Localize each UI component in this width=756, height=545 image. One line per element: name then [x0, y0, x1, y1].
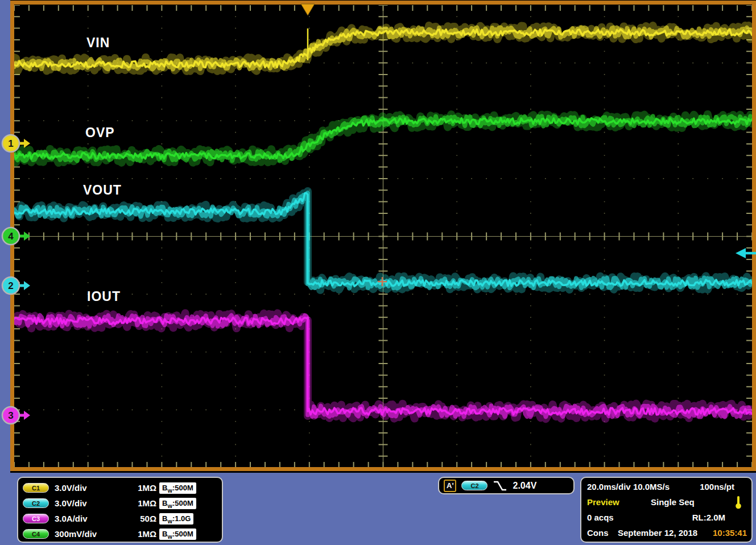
bw-value: :500M: [172, 499, 193, 507]
svg-text:2: 2: [8, 280, 13, 291]
bw-prefix: B: [162, 514, 167, 523]
channel-badge-c1[interactable]: C1: [23, 483, 49, 493]
trigger-level-readout[interactable]: 2.04V: [513, 481, 536, 491]
acquisitions-count: 0 acqs: [587, 513, 614, 522]
channel-badge-c4[interactable]: C4: [23, 529, 49, 539]
channel-scale-c1[interactable]: 3.0V/div: [55, 483, 87, 493]
channel-bandwidth-c2[interactable]: BW:500M: [159, 498, 196, 509]
channel-bandwidth-c4[interactable]: BW:500M: [159, 529, 196, 540]
channel-scale-c4[interactable]: 300mV/div: [55, 529, 97, 539]
channel-impedance-c1[interactable]: 1MΩ: [138, 483, 156, 493]
bw-sub: W: [167, 519, 172, 525]
channel-settings-panel: C1 3.0V/div 1MΩ BW:500M C2 3.0V/div 1MΩ …: [17, 477, 223, 543]
trigger-channel-badge[interactable]: C2: [461, 481, 488, 490]
preview-status: Preview: [587, 497, 619, 507]
bw-prefix: B: [162, 499, 167, 507]
trace-label-vin: VIN: [86, 35, 110, 51]
svg-text:3: 3: [8, 410, 13, 421]
bw-sub: W: [167, 503, 172, 509]
channel-impedance-c4[interactable]: 1MΩ: [138, 529, 156, 539]
channel-badge-c3[interactable]: C3: [23, 514, 49, 523]
timebase-readout[interactable]: 20.0ms/div 10.0MS/s: [587, 482, 670, 492]
bw-sub: W: [167, 488, 172, 494]
svg-text:1: 1: [8, 138, 13, 149]
bw-value: :1.0G: [172, 514, 191, 523]
timebase-panel: 20.0ms/div 10.0MS/s 100ns/pt Preview Sin…: [580, 477, 753, 543]
trigger-readout-panel[interactable]: A' C2 2.04V: [438, 477, 575, 494]
falling-edge-icon: [493, 480, 507, 492]
single-seq-marker-icon: [734, 496, 742, 509]
channel-scale-c3[interactable]: 3.0A/div: [55, 514, 88, 523]
bw-value: :500M: [172, 484, 193, 492]
bw-sub: W: [167, 534, 172, 540]
trace-label-iout: IOUT: [87, 289, 121, 304]
channel-row-c4: C4 300mV/div 1MΩ BW:500M: [18, 528, 222, 542]
run-mode-status[interactable]: Single Seq: [651, 497, 695, 507]
channel-bandwidth-c3[interactable]: BW:1.0G: [159, 513, 193, 525]
bw-prefix: B: [162, 530, 167, 538]
waveform-display[interactable]: 1423: [0, 0, 756, 545]
time-readout: 10:35:41: [713, 528, 747, 538]
date-readout: September 12, 2018: [618, 528, 697, 538]
channel-scale-c2[interactable]: 3.0V/div: [55, 498, 87, 508]
trigger-source-badge[interactable]: A': [444, 480, 456, 492]
channel-row-c1: C1 3.0V/div 1MΩ BW:500M: [18, 482, 222, 496]
resolution-readout: 100ns/pt: [700, 482, 734, 492]
channel-impedance-c3[interactable]: 50Ω: [140, 514, 156, 523]
bw-value: :500M: [172, 530, 193, 538]
channel-impedance-c2[interactable]: 1MΩ: [138, 498, 156, 508]
channel-bandwidth-c1[interactable]: BW:500M: [159, 482, 196, 494]
channel-badge-c2[interactable]: C2: [23, 498, 49, 508]
console-label: Cons: [587, 528, 609, 538]
trace-label-ovp: OVP: [85, 125, 115, 141]
channel-row-c3: C3 3.0A/div 50Ω BW:1.0G: [18, 513, 222, 526]
bw-prefix: B: [162, 484, 167, 492]
svg-text:4: 4: [8, 231, 14, 242]
trace-label-vout: VOUT: [83, 183, 122, 198]
record-length-readout: RL:2.0M: [692, 513, 725, 522]
channel-row-c2: C2 3.0V/div 1MΩ BW:500M: [18, 497, 222, 511]
